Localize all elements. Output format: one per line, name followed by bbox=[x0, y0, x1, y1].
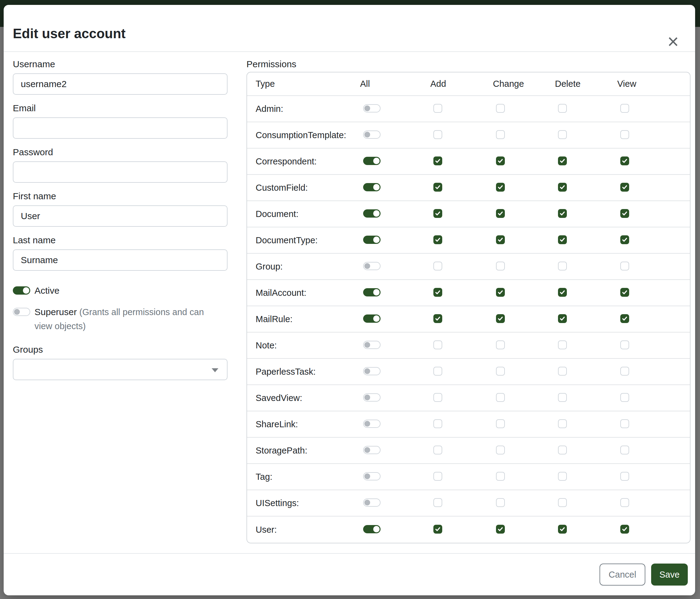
permission-add-checkbox[interactable] bbox=[433, 525, 442, 534]
save-button[interactable]: Save bbox=[651, 564, 688, 585]
permission-all-toggle[interactable] bbox=[363, 525, 380, 533]
password-input[interactable] bbox=[13, 161, 227, 183]
permission-view-checkbox[interactable] bbox=[620, 367, 629, 376]
permission-view-checkbox[interactable] bbox=[620, 104, 629, 113]
permission-change-checkbox[interactable] bbox=[496, 130, 505, 139]
permission-all-toggle[interactable] bbox=[363, 499, 380, 507]
permission-view-checkbox[interactable] bbox=[620, 314, 629, 323]
permission-view-checkbox[interactable] bbox=[620, 157, 629, 165]
permission-delete-checkbox[interactable] bbox=[558, 367, 567, 376]
permission-delete-checkbox[interactable] bbox=[558, 393, 567, 402]
permission-all-toggle[interactable] bbox=[363, 341, 380, 349]
permission-change-checkbox[interactable] bbox=[496, 446, 505, 454]
permission-view-checkbox[interactable] bbox=[620, 209, 629, 218]
close-button[interactable]: × bbox=[664, 32, 683, 51]
permission-add-checkbox[interactable] bbox=[433, 419, 442, 428]
permission-view-checkbox[interactable] bbox=[620, 262, 629, 270]
permission-view-checkbox[interactable] bbox=[620, 419, 629, 428]
permission-change-checkbox[interactable] bbox=[496, 104, 505, 113]
permission-all-toggle[interactable] bbox=[363, 104, 380, 113]
permission-view-checkbox[interactable] bbox=[620, 288, 629, 297]
permission-all-toggle[interactable] bbox=[363, 183, 380, 191]
permission-type-label: MailRule: bbox=[247, 314, 360, 324]
permission-delete-checkbox[interactable] bbox=[558, 419, 567, 428]
permission-change-checkbox[interactable] bbox=[496, 367, 505, 376]
active-toggle[interactable] bbox=[13, 286, 30, 295]
permission-all-toggle[interactable] bbox=[363, 367, 380, 375]
permission-add-checkbox[interactable] bbox=[433, 393, 442, 402]
permission-delete-checkbox[interactable] bbox=[558, 446, 567, 454]
permission-all-toggle[interactable] bbox=[363, 209, 380, 218]
permission-change-checkbox[interactable] bbox=[496, 419, 505, 428]
permission-add-checkbox[interactable] bbox=[433, 288, 442, 297]
permission-view-checkbox[interactable] bbox=[620, 340, 629, 349]
permission-view-checkbox[interactable] bbox=[620, 472, 629, 481]
permission-add-checkbox[interactable] bbox=[433, 314, 442, 323]
permission-delete-checkbox[interactable] bbox=[558, 157, 567, 165]
permission-type-label: CustomField: bbox=[247, 183, 360, 193]
permission-add-checkbox[interactable] bbox=[433, 367, 442, 376]
permission-add-checkbox[interactable] bbox=[433, 498, 442, 507]
permission-delete-checkbox[interactable] bbox=[558, 314, 567, 323]
permission-add-checkbox[interactable] bbox=[433, 340, 442, 349]
permission-add-checkbox[interactable] bbox=[433, 183, 442, 192]
permission-all-toggle[interactable] bbox=[363, 288, 380, 296]
permission-view-checkbox[interactable] bbox=[620, 130, 629, 139]
permission-add-checkbox[interactable] bbox=[433, 262, 442, 270]
permission-change-checkbox[interactable] bbox=[496, 157, 505, 165]
permission-delete-checkbox[interactable] bbox=[558, 104, 567, 113]
permission-delete-checkbox[interactable] bbox=[558, 209, 567, 218]
permission-change-checkbox[interactable] bbox=[496, 525, 505, 534]
permission-view-checkbox[interactable] bbox=[620, 498, 629, 507]
permission-view-checkbox[interactable] bbox=[620, 525, 629, 534]
permission-add-checkbox[interactable] bbox=[433, 209, 442, 218]
permission-all-toggle[interactable] bbox=[363, 236, 380, 244]
permission-delete-checkbox[interactable] bbox=[558, 472, 567, 481]
permission-delete-checkbox[interactable] bbox=[558, 262, 567, 270]
permission-change-checkbox[interactable] bbox=[496, 498, 505, 507]
permission-delete-checkbox[interactable] bbox=[558, 340, 567, 349]
permission-add-checkbox[interactable] bbox=[433, 446, 442, 454]
permission-change-checkbox[interactable] bbox=[496, 183, 505, 192]
permission-add-checkbox[interactable] bbox=[433, 157, 442, 165]
permission-delete-checkbox[interactable] bbox=[558, 498, 567, 507]
permission-add-checkbox[interactable] bbox=[433, 130, 442, 139]
permission-all-toggle[interactable] bbox=[363, 157, 380, 165]
permission-change-checkbox[interactable] bbox=[496, 288, 505, 297]
permission-add-checkbox[interactable] bbox=[433, 235, 442, 244]
permission-change-checkbox[interactable] bbox=[496, 262, 505, 270]
last-name-input[interactable] bbox=[13, 249, 227, 271]
permission-view-checkbox[interactable] bbox=[620, 446, 629, 454]
permission-all-toggle[interactable] bbox=[363, 393, 380, 402]
username-input[interactable] bbox=[13, 73, 227, 95]
permission-view-checkbox[interactable] bbox=[620, 393, 629, 402]
permission-change-checkbox[interactable] bbox=[496, 235, 505, 244]
permission-all-toggle[interactable] bbox=[363, 262, 380, 270]
permission-change-checkbox[interactable] bbox=[496, 209, 505, 218]
permission-all-toggle[interactable] bbox=[363, 130, 380, 139]
permission-delete-checkbox[interactable] bbox=[558, 183, 567, 192]
permission-all-toggle[interactable] bbox=[363, 314, 380, 323]
permission-all-toggle[interactable] bbox=[363, 472, 380, 480]
permission-change-checkbox[interactable] bbox=[496, 340, 505, 349]
permission-all-toggle[interactable] bbox=[363, 446, 380, 454]
permission-delete-checkbox[interactable] bbox=[558, 235, 567, 244]
toggle-knob bbox=[373, 184, 380, 190]
superuser-toggle[interactable] bbox=[13, 308, 30, 316]
permission-change-checkbox[interactable] bbox=[496, 314, 505, 323]
check-icon bbox=[434, 158, 441, 164]
email-input[interactable] bbox=[13, 117, 227, 139]
permission-delete-checkbox[interactable] bbox=[558, 525, 567, 534]
permission-delete-checkbox[interactable] bbox=[558, 130, 567, 139]
permission-add-checkbox[interactable] bbox=[433, 472, 442, 481]
permission-delete-checkbox[interactable] bbox=[558, 288, 567, 297]
first-name-input[interactable] bbox=[13, 206, 227, 227]
permission-change-checkbox[interactable] bbox=[496, 472, 505, 481]
permission-view-checkbox[interactable] bbox=[620, 183, 629, 192]
permission-all-toggle[interactable] bbox=[363, 420, 380, 428]
permission-add-checkbox[interactable] bbox=[433, 104, 442, 113]
permission-change-checkbox[interactable] bbox=[496, 393, 505, 402]
permission-view-checkbox[interactable] bbox=[620, 235, 629, 244]
cancel-button[interactable]: Cancel bbox=[600, 564, 645, 585]
groups-select[interactable] bbox=[13, 359, 227, 380]
